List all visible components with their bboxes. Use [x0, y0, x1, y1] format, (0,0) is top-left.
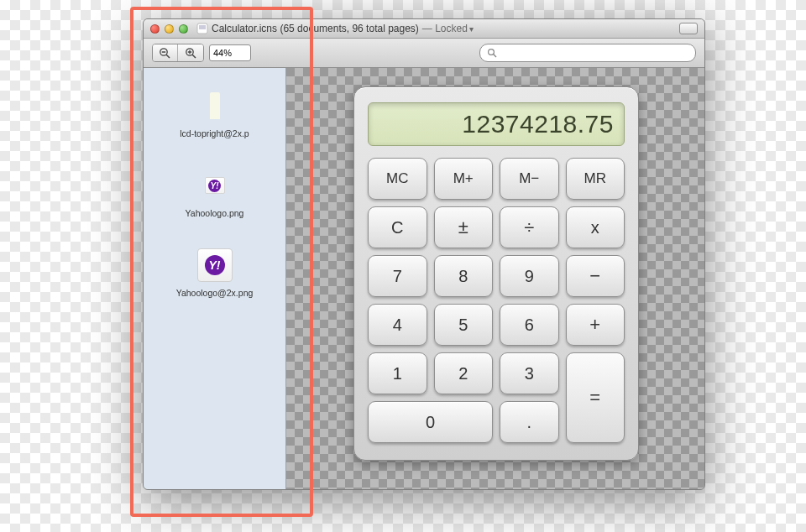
locked-label[interactable]: — Locked: [422, 23, 468, 34]
key-2: 2: [434, 352, 494, 394]
key-7: 7: [368, 255, 427, 297]
window-title-meta: (65 documents, 96 total pages): [280, 23, 418, 34]
key-dot: .: [500, 401, 559, 443]
key-equals: =: [566, 352, 625, 443]
thumbnail-label: Yahoologo@2x.png: [176, 288, 254, 299]
calculator-display: 12374218.75: [368, 102, 625, 146]
thumbnail-label: lcd-topright@2x.p: [180, 128, 249, 139]
zoom-value-field[interactable]: [209, 44, 251, 61]
thumbnail-item[interactable]: lcd-topright@2x.p: [147, 88, 282, 139]
key-0: 0: [368, 401, 493, 443]
calculator-keypad: MC M+ M− MR C ± ÷ x 7 8 9 − 4 5: [368, 158, 625, 443]
fullscreen-button[interactable]: [679, 23, 698, 34]
svg-line-6: [192, 55, 196, 58]
close-button[interactable]: [150, 24, 160, 34]
preview-window: Calculator.icns (65 documents, 96 total …: [143, 18, 705, 490]
calculator-image: 12374218.75 MC M+ M− MR C ± ÷ x 7 8 9 −: [353, 86, 639, 461]
thumbnail-sidebar[interactable]: lcd-topright@2x.p Y! Yahoologo.png Y! Ya…: [144, 68, 286, 489]
key-9: 9: [500, 255, 559, 297]
yahoo-icon: Y!: [205, 177, 225, 194]
zoom-segment: [152, 44, 204, 62]
search-field[interactable]: [479, 44, 696, 62]
key-mr: MR: [566, 158, 625, 200]
traffic-lights: [150, 24, 188, 34]
key-1: 1: [368, 352, 427, 394]
key-mc: MC: [368, 158, 427, 200]
window-title-filename: Calculator.icns: [212, 23, 277, 34]
zoom-out-icon: [159, 47, 171, 60]
svg-line-3: [166, 55, 170, 58]
key-8: 8: [434, 255, 494, 297]
toolbar: [144, 39, 704, 68]
document-canvas[interactable]: 12374218.75 MC M+ M− MR C ± ÷ x 7 8 9 −: [286, 68, 704, 489]
search-icon: [487, 48, 497, 58]
key-plusminus: ±: [434, 206, 494, 248]
proxy-icon: [196, 23, 208, 34]
titlebar: Calculator.icns (65 documents, 96 total …: [144, 19, 704, 39]
lcd-thumbnail-icon: [210, 92, 220, 119]
key-5: 5: [434, 304, 494, 346]
search-input[interactable]: [502, 47, 688, 59]
thumbnail-label: Yahoologo.png: [186, 208, 244, 219]
chevron-down-icon[interactable]: ▾: [469, 24, 474, 34]
zoom-in-button[interactable]: [178, 44, 203, 61]
svg-line-10: [494, 55, 496, 57]
key-clear: C: [368, 206, 427, 248]
key-m-minus: M−: [500, 158, 559, 200]
key-minus: −: [566, 255, 625, 297]
minimize-button[interactable]: [165, 24, 174, 34]
svg-rect-1: [199, 25, 206, 29]
key-3: 3: [500, 352, 559, 394]
thumbnail-item[interactable]: Y! Yahoologo@2x.png: [147, 248, 282, 299]
key-4: 4: [368, 304, 427, 346]
zoom-out-button[interactable]: [153, 44, 178, 61]
thumbnail-item[interactable]: Y! Yahoologo.png: [147, 168, 282, 219]
key-plus: +: [566, 304, 625, 346]
key-multiply: x: [566, 206, 625, 248]
key-m-plus: M+: [434, 158, 494, 200]
key-6: 6: [500, 304, 559, 346]
zoom-button[interactable]: [179, 24, 188, 34]
zoom-in-icon: [185, 47, 197, 60]
key-divide: ÷: [500, 206, 559, 248]
svg-point-9: [489, 50, 495, 55]
yahoo-icon: Y!: [197, 248, 233, 282]
